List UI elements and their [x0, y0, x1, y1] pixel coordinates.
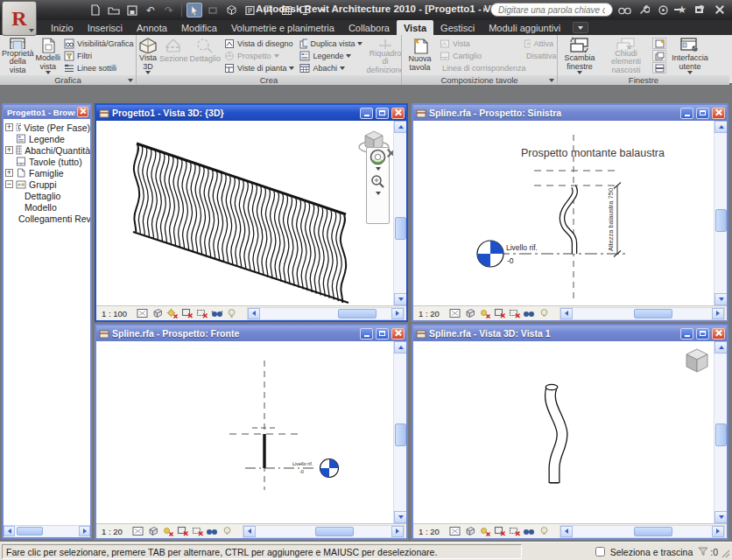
- ribbon-minimize-button[interactable]: [573, 22, 588, 33]
- expand-icon[interactable]: +: [5, 146, 13, 154]
- scroll-left-icon[interactable]: [560, 308, 573, 319]
- horizontal-scrollbar[interactable]: [560, 307, 725, 320]
- detail-level-icon[interactable]: [131, 525, 144, 537]
- scroll-up-icon[interactable]: [394, 121, 406, 133]
- crop-visibility-icon[interactable]: [191, 525, 204, 537]
- crop-region-icon[interactable]: [180, 307, 194, 319]
- visual-style-icon[interactable]: [151, 307, 164, 319]
- tab-moduli-aggiuntivi[interactable]: Moduli aggiuntivi: [482, 20, 567, 35]
- scale-indicator[interactable]: 1 : 20: [419, 309, 440, 318]
- shadows-toggle-icon[interactable]: [165, 307, 179, 319]
- temporary-hide-isolate-icon[interactable]: [523, 525, 536, 537]
- shadows-toggle-icon[interactable]: [478, 307, 491, 319]
- new-file-icon[interactable]: [88, 3, 103, 18]
- tab-volumetrie[interactable]: Volumetrie e planimetria: [224, 20, 341, 35]
- shadows-toggle-icon[interactable]: [161, 525, 174, 537]
- revit-logo-button[interactable]: R: [2, 1, 37, 36]
- tree-item-collegamenti[interactable]: Collegamenti Revi: [5, 213, 90, 224]
- view-templates-button[interactable]: Modelli vista: [36, 36, 61, 74]
- vertical-scrollbar[interactable]: [714, 341, 727, 523]
- scale-indicator[interactable]: 1 : 20: [419, 527, 440, 536]
- resize-grip[interactable]: [720, 548, 731, 559]
- expand-icon[interactable]: +: [5, 123, 13, 131]
- horizontal-scrollbar[interactable]: [247, 307, 405, 320]
- detail-level-icon[interactable]: [448, 525, 461, 537]
- new-window-icon[interactable]: [652, 38, 666, 49]
- window-title-bar[interactable]: Spline.rfa - Prospetto: Sinistra: [413, 105, 727, 121]
- scroll-up-icon[interactable]: [714, 121, 727, 133]
- close-button[interactable]: [712, 108, 725, 119]
- tab-collabora[interactable]: Collabora: [341, 20, 397, 35]
- modify-cursor-icon[interactable]: [187, 3, 202, 18]
- legends-button[interactable]: Legende: [298, 50, 364, 62]
- tree-item-abachi[interactable]: + Abachi/Quantità: [5, 144, 90, 156]
- vertical-scrollbar[interactable]: [393, 121, 406, 305]
- temporary-hide-isolate-icon[interactable]: [523, 307, 536, 319]
- schedules-button[interactable]: Abachi: [298, 62, 364, 74]
- horizontal-scrollbar[interactable]: [560, 525, 725, 538]
- temporary-hide-isolate-icon[interactable]: [210, 307, 223, 319]
- open-folder-icon[interactable]: [106, 3, 122, 18]
- minimize-button[interactable]: [360, 108, 373, 119]
- view-properties-button[interactable]: Proprietà della vista: [2, 36, 34, 74]
- browser-horizontal-scrollbar[interactable]: [4, 525, 90, 537]
- save-icon[interactable]: [124, 3, 140, 18]
- visual-style-icon[interactable]: [463, 307, 476, 319]
- detail-level-icon[interactable]: [448, 307, 461, 319]
- expand-icon[interactable]: +: [5, 169, 13, 177]
- drawing-area-3d[interactable]: [96, 121, 406, 305]
- tree-item-tavole[interactable]: Tavole (tutto): [5, 156, 90, 167]
- wheel-dropdown-icon[interactable]: [376, 167, 381, 171]
- scroll-left-icon[interactable]: [243, 526, 256, 537]
- search-input[interactable]: [490, 3, 613, 17]
- scale-indicator[interactable]: 1 : 20: [102, 527, 123, 536]
- new-sheet-button[interactable]: Nuova tavola: [404, 36, 436, 74]
- minimize-button[interactable]: [680, 108, 693, 119]
- tab-inizio[interactable]: Inizio: [44, 20, 81, 35]
- shadows-toggle-icon[interactable]: [478, 525, 491, 537]
- selection-filter-button[interactable]: :0: [698, 547, 718, 557]
- scroll-right-icon[interactable]: [391, 308, 404, 319]
- qat-cube-icon[interactable]: [223, 3, 239, 18]
- reveal-hidden-icon[interactable]: [221, 525, 234, 537]
- reveal-hidden-icon[interactable]: [538, 307, 551, 319]
- tab-gestisci[interactable]: Gestisci: [433, 20, 482, 35]
- tree-item-legende[interactable]: Legende: [5, 133, 90, 144]
- user-interface-button[interactable]: Interfaccia utente: [668, 36, 712, 74]
- minimize-button[interactable]: [680, 328, 693, 340]
- drawing-area-3d-spline[interactable]: [413, 341, 727, 523]
- scroll-right-icon[interactable]: [712, 308, 724, 319]
- crop-visibility-icon[interactable]: [195, 307, 208, 319]
- scroll-down-icon[interactable]: [714, 511, 727, 523]
- tab-inserisci[interactable]: Inserisci: [81, 20, 130, 35]
- scroll-left-icon[interactable]: [248, 308, 260, 319]
- drawing-area-front[interactable]: Livello rif. -0: [96, 341, 406, 523]
- app-maximize-button[interactable]: [692, 4, 706, 16]
- 3d-view-button[interactable]: Vista 3D: [138, 36, 158, 74]
- subscription-wrench-icon[interactable]: [636, 3, 651, 17]
- drawing-area-elevation[interactable]: Prospetto montante balaustra Altezza bal…: [413, 121, 727, 305]
- drafting-view-button[interactable]: Vista di disegno: [222, 38, 296, 50]
- collapse-search-icon[interactable]: [483, 7, 487, 12]
- zoom-dropdown-icon[interactable]: [376, 192, 381, 195]
- tree-item-modello[interactable]: Modello: [5, 201, 90, 213]
- app-close-button[interactable]: [713, 4, 727, 16]
- visibility-graphics-button[interactable]: Visibilità/Grafica: [62, 38, 135, 50]
- visual-style-icon[interactable]: [463, 525, 476, 537]
- search-binoculars-icon[interactable]: [616, 3, 632, 17]
- tab-vista[interactable]: Vista: [397, 20, 433, 35]
- tree-item-viste[interactable]: + Viste (Per Fase): [5, 122, 90, 133]
- restore-button[interactable]: [696, 328, 709, 340]
- scroll-left-icon[interactable]: [560, 526, 573, 537]
- close-button[interactable]: [391, 108, 405, 119]
- project-browser-close-button[interactable]: [77, 107, 88, 117]
- panel-expander-icon[interactable]: [128, 79, 133, 82]
- undo-icon[interactable]: ↶: [143, 3, 158, 18]
- communication-center-icon[interactable]: [655, 3, 671, 17]
- restore-button[interactable]: [376, 328, 389, 340]
- scroll-right-icon[interactable]: [391, 526, 404, 537]
- window-title-bar[interactable]: Spline.rfa - Prospetto: Fronte: [96, 326, 406, 341]
- scroll-down-icon[interactable]: [394, 293, 406, 305]
- minimize-button[interactable]: [360, 328, 373, 340]
- scroll-up-icon[interactable]: [394, 341, 406, 354]
